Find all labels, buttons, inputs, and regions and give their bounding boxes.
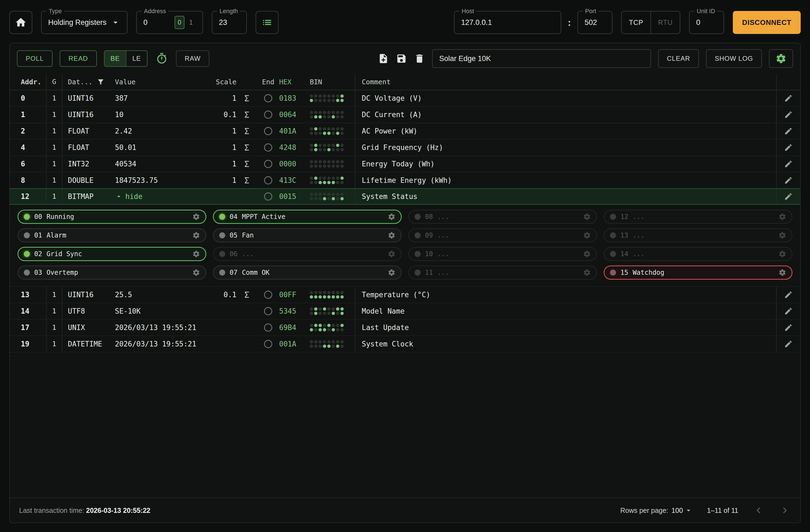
sigma-icon[interactable] (237, 189, 257, 204)
cell-value[interactable]: 50.01 (110, 140, 206, 156)
endian-radio[interactable] (264, 340, 272, 348)
host-field[interactable]: Host 127.0.0.1 (454, 11, 561, 34)
endian-radio[interactable] (264, 160, 272, 168)
edit-row-icon[interactable] (784, 176, 793, 185)
address-base-0[interactable]: 0 (175, 16, 184, 29)
edit-row-icon[interactable] (784, 127, 793, 135)
sigma-icon[interactable]: Σ (237, 123, 257, 139)
sigma-icon[interactable]: Σ (237, 173, 257, 188)
delete-icon[interactable] (414, 53, 425, 64)
bit-chip-10[interactable]: 10 ... (408, 247, 597, 261)
bit-settings-gear-icon[interactable] (779, 269, 786, 276)
edit-row-icon[interactable] (784, 160, 793, 168)
bit-settings-gear-icon[interactable] (192, 250, 200, 258)
bit-chip-02[interactable]: 02 Grid Sync (17, 247, 206, 261)
bit-chip-00[interactable]: 00 Running (17, 210, 206, 224)
raw-button[interactable]: RAW (176, 50, 209, 67)
bitmap-collapse-toggle[interactable]: hide (115, 192, 143, 200)
cell-value[interactable]: 387 (110, 90, 206, 106)
endian-radio[interactable] (264, 291, 272, 299)
unit-id-input[interactable]: 0 (696, 18, 700, 27)
bit-settings-gear-icon[interactable] (388, 250, 395, 258)
bit-chip-12[interactable]: 12 ... (604, 210, 793, 224)
address-field[interactable]: Address 0 0 1 (136, 11, 203, 34)
cell-value[interactable]: 40534 (110, 156, 206, 172)
profile-name-input[interactable] (432, 49, 651, 68)
protocol-rtu-button[interactable]: RTU (650, 12, 680, 33)
bit-settings-gear-icon[interactable] (388, 213, 395, 221)
cell-value[interactable]: 2026/03/13 19:55:21 (110, 320, 206, 336)
bit-settings-gear-icon[interactable] (388, 269, 395, 276)
host-input[interactable]: 127.0.0.1 (461, 18, 492, 27)
sigma-icon[interactable] (237, 336, 257, 352)
edit-row-icon[interactable] (784, 290, 793, 299)
cell-value[interactable]: 10 (110, 107, 206, 123)
sigma-icon[interactable] (237, 320, 257, 336)
endian-radio[interactable] (264, 94, 272, 102)
save-icon[interactable] (396, 53, 407, 64)
unit-id-field[interactable]: Unit ID 0 (689, 11, 724, 34)
edit-row-icon[interactable] (784, 307, 793, 316)
cell-value[interactable]: 1847523.75 (110, 173, 206, 188)
edit-row-icon[interactable] (784, 94, 793, 103)
endian-le-button[interactable]: LE (126, 51, 147, 66)
port-input[interactable]: 502 (584, 18, 597, 27)
sigma-icon[interactable]: Σ (237, 287, 257, 303)
bit-chip-08[interactable]: 08 ... (408, 210, 597, 224)
type-select[interactable]: Type Holding Registers (41, 11, 128, 34)
endian-radio[interactable] (264, 111, 272, 119)
next-page-button[interactable] (779, 504, 791, 516)
bit-settings-gear-icon[interactable] (388, 231, 395, 239)
poll-timer-icon[interactable] (156, 52, 168, 65)
sigma-icon[interactable]: Σ (237, 90, 257, 106)
sigma-icon[interactable]: Σ (237, 107, 257, 123)
edit-row-icon[interactable] (784, 323, 793, 332)
port-field[interactable]: Port 502 (578, 11, 612, 34)
bit-chip-14[interactable]: 14 ... (604, 247, 793, 261)
bit-settings-gear-icon[interactable] (779, 231, 786, 239)
bit-chip-07[interactable]: 07 Comm OK (213, 265, 402, 280)
bit-chip-03[interactable]: 03 Overtemp (17, 265, 206, 280)
cell-value[interactable]: 2026/03/13 19:55:21 (110, 336, 206, 352)
sigma-icon[interactable]: Σ (237, 140, 257, 156)
bit-chip-05[interactable]: 05 Fan (213, 228, 402, 242)
address-base-1[interactable]: 1 (186, 16, 196, 29)
endian-radio[interactable] (264, 127, 272, 135)
endian-radio[interactable] (264, 176, 272, 184)
prev-page-button[interactable] (752, 504, 765, 516)
sigma-icon[interactable]: Σ (237, 156, 257, 172)
bit-chip-06[interactable]: 06 ... (213, 247, 402, 261)
length-input[interactable]: 23 (219, 18, 227, 27)
home-button[interactable] (9, 11, 32, 34)
bit-chip-01[interactable]: 01 Alarm (17, 228, 206, 242)
disconnect-button[interactable]: DISCONNECT (733, 11, 801, 34)
edit-row-icon[interactable] (784, 143, 793, 152)
bit-chip-09[interactable]: 09 ... (408, 228, 597, 242)
settings-button[interactable] (769, 49, 793, 68)
edit-row-icon[interactable] (784, 192, 793, 201)
edit-row-icon[interactable] (784, 110, 793, 119)
rows-per-page-select[interactable]: 100 (671, 506, 693, 515)
endian-be-button[interactable]: BE (104, 51, 126, 66)
bit-settings-gear-icon[interactable] (583, 231, 591, 239)
bit-chip-11[interactable]: 11 ... (408, 265, 597, 280)
protocol-tcp-button[interactable]: TCP (622, 12, 650, 33)
show-log-button[interactable]: SHOW LOG (706, 49, 762, 68)
register-list-button[interactable] (256, 11, 279, 34)
bit-settings-gear-icon[interactable] (192, 213, 200, 221)
bit-settings-gear-icon[interactable] (583, 213, 591, 221)
address-input[interactable]: 0 (143, 18, 147, 27)
poll-button[interactable]: POLL (17, 50, 52, 67)
bit-chip-04[interactable]: 04 MPPT Active (213, 210, 402, 224)
bit-chip-13[interactable]: 13 ... (604, 228, 793, 242)
bit-settings-gear-icon[interactable] (192, 231, 200, 239)
edit-row-icon[interactable] (784, 340, 793, 349)
length-field[interactable]: Length 23 (212, 11, 247, 34)
endian-radio[interactable] (264, 307, 272, 315)
endian-radio[interactable] (264, 192, 272, 200)
bit-settings-gear-icon[interactable] (192, 269, 200, 276)
read-button[interactable]: READ (60, 50, 97, 67)
cell-value[interactable]: 25.5 (110, 287, 206, 303)
bit-settings-gear-icon[interactable] (779, 213, 786, 221)
bit-chip-15[interactable]: 15 Watchdog (604, 265, 793, 280)
